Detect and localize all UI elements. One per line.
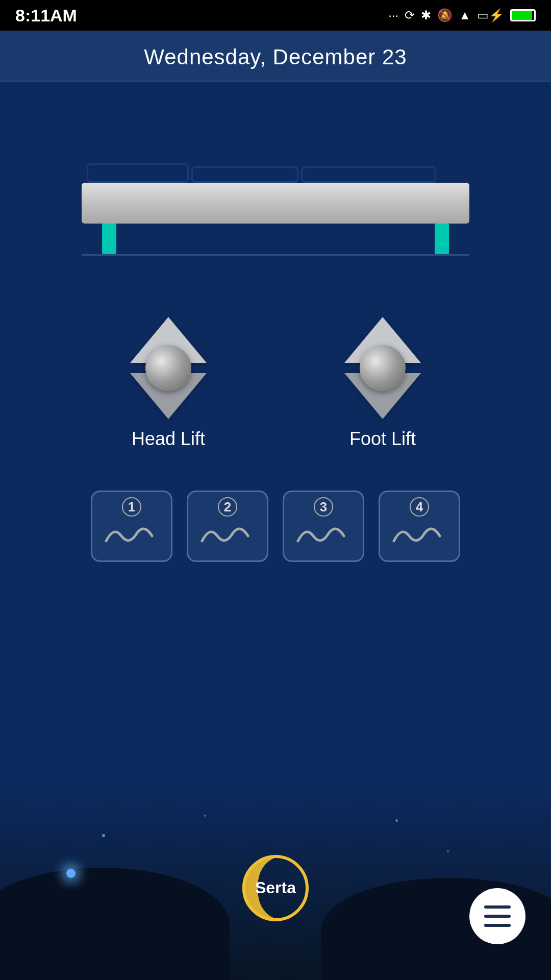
preset-button-4[interactable]: 4 — [379, 491, 460, 562]
mute-icon: 🔕 — [437, 8, 453, 22]
foot-lift-arrows[interactable] — [337, 317, 429, 419]
preset-wave-3 — [295, 521, 352, 549]
menu-line-2 — [484, 915, 511, 918]
preset-number-4: 4 — [410, 497, 429, 517]
foot-lift-label: Foot Lift — [349, 428, 416, 450]
preset-button-2[interactable]: 2 — [187, 491, 268, 562]
status-bar: 8:11AM ··· ⟳ ✱ 🔕 ▲ ▭⚡ — [0, 0, 551, 31]
glow-star — [66, 869, 76, 878]
sync-icon: ⟳ — [405, 8, 415, 22]
pillow-center — [191, 166, 298, 183]
menu-line-1 — [484, 905, 511, 909]
head-lift-ball — [145, 345, 191, 391]
svg-text:Serta: Serta — [255, 878, 296, 897]
leg-left — [102, 224, 116, 254]
preset-number-3: 3 — [314, 497, 333, 517]
star-4 — [447, 850, 449, 852]
status-time: 8:11AM — [15, 6, 77, 26]
leg-right — [435, 224, 449, 254]
wifi-icon: ▲ — [459, 8, 471, 22]
dots-icon: ··· — [388, 8, 398, 22]
preset-wave-1 — [104, 521, 160, 549]
battery-charging-icon: ▭⚡ — [477, 8, 504, 22]
bed-illustration — [82, 163, 469, 256]
bluetooth-icon: ✱ — [421, 8, 431, 22]
serta-logo-svg: Serta — [235, 847, 316, 929]
bottom-section: Serta — [0, 786, 551, 980]
head-lift-arrows[interactable] — [122, 317, 214, 419]
foot-lift-ball — [360, 345, 406, 391]
header: Wednesday, December 23 — [0, 31, 551, 82]
star-3 — [395, 819, 398, 822]
menu-line-3 — [484, 924, 511, 927]
star-1 — [102, 834, 105, 837]
preset-buttons: 1 2 3 4 — [91, 491, 460, 562]
serta-logo: Serta — [235, 847, 316, 929]
menu-button[interactable] — [469, 888, 525, 944]
preset-button-3[interactable]: 3 — [283, 491, 364, 562]
preset-wave-4 — [391, 521, 447, 549]
preset-number-1: 1 — [122, 497, 141, 517]
preset-number-2: 2 — [218, 497, 237, 517]
foot-lift-control: Foot Lift — [337, 317, 429, 450]
header-date: Wednesday, December 23 — [144, 45, 407, 69]
battery-icon — [510, 9, 536, 21]
preset-wave-2 — [199, 521, 256, 549]
bed-pillows — [87, 163, 474, 183]
bed-legs — [82, 224, 469, 254]
lift-controls: Head Lift Foot Lift — [122, 317, 429, 450]
head-lift-label: Head Lift — [132, 428, 205, 450]
preset-button-1[interactable]: 1 — [91, 491, 172, 562]
pillow-left — [87, 163, 189, 183]
head-lift-control: Head Lift — [122, 317, 214, 450]
floor-line — [82, 254, 469, 256]
main-content: Head Lift Foot Lift 1 2 3 — [0, 82, 551, 562]
status-icons: ··· ⟳ ✱ 🔕 ▲ ▭⚡ — [388, 8, 536, 22]
star-2 — [204, 815, 206, 817]
pillow-right — [301, 166, 436, 183]
mattress — [82, 183, 469, 224]
